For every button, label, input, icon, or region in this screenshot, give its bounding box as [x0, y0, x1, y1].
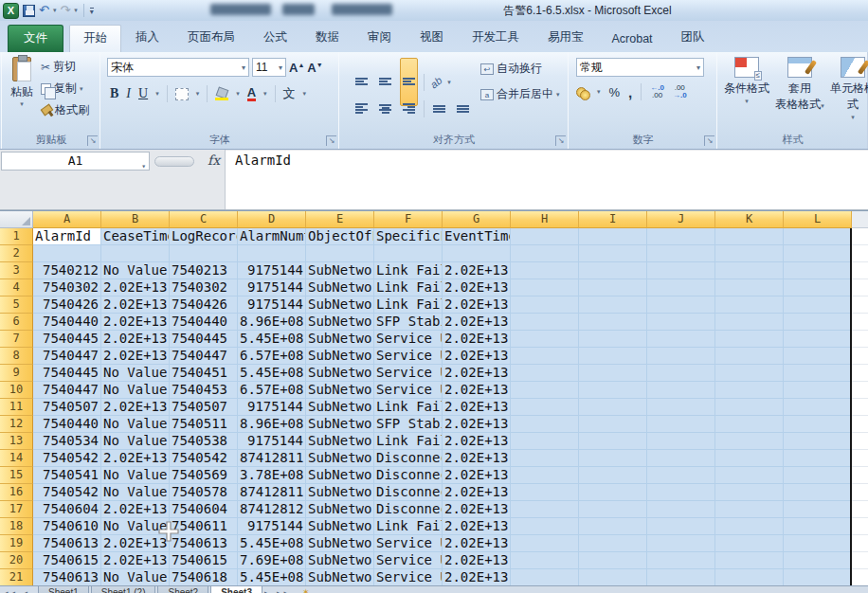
unselected-area[interactable]	[852, 279, 868, 296]
cell-I17[interactable]	[579, 501, 647, 518]
cell-F18[interactable]: Link Fail	[374, 518, 443, 535]
cell-D21[interactable]: 5.45E+08	[238, 569, 306, 586]
cell-A21[interactable]: 7540613	[33, 569, 101, 586]
cell-G10[interactable]: 2.02E+13	[443, 382, 511, 399]
cell-G21[interactable]: 2.02E+13	[443, 569, 511, 586]
row-header-2[interactable]: 2	[0, 245, 33, 262]
cell-G12[interactable]: 2.02E+13	[443, 416, 511, 433]
dialog-launcher-icon[interactable]: ↘	[555, 135, 566, 146]
cell-K5[interactable]	[715, 296, 784, 314]
align-center-button[interactable]	[376, 84, 394, 134]
cell-B1[interactable]: CeaseTime	[101, 228, 170, 245]
cell-I1[interactable]	[579, 228, 647, 245]
fill-dropdown-icon[interactable]: ▾	[236, 90, 240, 98]
cell-L10[interactable]	[784, 382, 852, 399]
cell-F7[interactable]: Service U	[374, 331, 443, 348]
cell-I21[interactable]	[579, 569, 647, 586]
cell-K16[interactable]	[715, 484, 784, 501]
name-box[interactable]: A1 ▾	[1, 152, 150, 171]
cell-K4[interactable]	[715, 279, 784, 296]
row-header-14[interactable]: 14	[0, 450, 33, 467]
tab-Acrobat[interactable]: Acrobat	[598, 27, 667, 52]
unselected-area[interactable]	[852, 365, 868, 382]
formula-input[interactable]: AlarmId	[226, 151, 868, 209]
cell-F16[interactable]: Disconnec	[374, 484, 443, 501]
column-header-A[interactable]: A	[33, 211, 101, 228]
cell-C10[interactable]: 7540453	[170, 382, 238, 399]
cell-A18[interactable]: 7540610	[33, 518, 101, 535]
cell-G6[interactable]: 2.02E+13	[443, 314, 511, 331]
column-header-E[interactable]: E	[306, 211, 374, 228]
cell-H15[interactable]	[511, 467, 579, 484]
cell-K14[interactable]	[715, 450, 784, 467]
cell-C5[interactable]: 7540426	[170, 296, 238, 314]
underline-dropdown-icon[interactable]: ▾	[155, 90, 159, 98]
cell-J5[interactable]	[647, 296, 715, 314]
cell-I5[interactable]	[579, 296, 647, 314]
cell-E13[interactable]: SubNetwor	[306, 433, 374, 450]
cell-L9[interactable]	[784, 365, 852, 382]
italic-button[interactable]: I	[126, 86, 131, 101]
cell-E9[interactable]: SubNetwor	[306, 365, 374, 382]
cell-L3[interactable]	[784, 262, 852, 279]
cell-E11[interactable]: SubNetwor	[306, 399, 374, 416]
cell-E4[interactable]: SubNetwor	[306, 279, 374, 296]
cell-C20[interactable]: 7540615	[170, 552, 238, 569]
cell-K20[interactable]	[715, 552, 784, 569]
cut-button[interactable]: ✂ 剪切	[38, 58, 92, 76]
cell-J4[interactable]	[647, 279, 715, 296]
cell-B4[interactable]: 2.02E+13	[101, 279, 170, 296]
cell-E8[interactable]: SubNetwor	[306, 348, 374, 365]
row-header-13[interactable]: 13	[0, 433, 33, 450]
row-header-16[interactable]: 16	[0, 484, 33, 501]
cell-D5[interactable]: 9175144	[238, 296, 306, 314]
redo-icon[interactable]: ↷	[60, 3, 70, 18]
cell-A3[interactable]: 7540212	[33, 262, 101, 279]
cell-H1[interactable]	[511, 228, 579, 245]
sheet-tab-Sheet2[interactable]: Sheet2	[157, 586, 208, 593]
unselected-area[interactable]	[852, 484, 868, 501]
cell-C16[interactable]: 7540578	[170, 484, 238, 501]
sheet-tab-Sheet3[interactable]: Sheet3	[210, 586, 262, 593]
cell-C4[interactable]: 7540302	[170, 279, 238, 296]
cell-L12[interactable]	[784, 416, 852, 433]
cell-G11[interactable]: 2.02E+13	[443, 399, 511, 416]
column-header-C[interactable]: C	[170, 211, 238, 228]
accounting-format-icon[interactable]	[576, 87, 588, 98]
cell-L17[interactable]	[784, 501, 852, 518]
cell-D14[interactable]: 87412811	[238, 450, 306, 467]
tab-数据[interactable]: 数据	[301, 24, 353, 52]
dialog-launcher-icon[interactable]: ↘	[87, 135, 98, 146]
row-header-10[interactable]: 10	[0, 382, 33, 399]
cell-F20[interactable]: Service U	[374, 552, 443, 569]
cell-G4[interactable]: 2.02E+13	[443, 279, 511, 296]
column-header-J[interactable]: J	[647, 211, 715, 228]
cell-H13[interactable]	[511, 433, 579, 450]
cell-H21[interactable]	[511, 569, 579, 586]
row-header-7[interactable]: 7	[0, 331, 33, 348]
cell-C13[interactable]: 7540538	[170, 433, 238, 450]
cell-K10[interactable]	[715, 382, 784, 399]
undo-icon[interactable]: ↶	[39, 3, 49, 18]
tab-file[interactable]: 文件	[8, 25, 63, 52]
cell-I8[interactable]	[579, 348, 647, 365]
cell-D3[interactable]: 9175144	[238, 262, 306, 279]
cell-styles-button[interactable]: 单元格样式 ▾	[827, 57, 868, 121]
unselected-area[interactable]	[852, 331, 868, 348]
increase-indent-button[interactable]	[454, 85, 472, 134]
cell-D11[interactable]: 9175144	[238, 399, 306, 416]
font-color-button[interactable]: A	[247, 87, 256, 101]
cell-J3[interactable]	[647, 262, 715, 279]
cell-B13[interactable]: No Value	[101, 433, 170, 450]
cell-H5[interactable]	[511, 296, 579, 314]
undo-dropdown-icon[interactable]: ▾	[53, 7, 57, 14]
cell-I12[interactable]	[579, 416, 647, 433]
tab-审阅[interactable]: 审阅	[353, 24, 406, 52]
cell-A8[interactable]: 7540447	[33, 348, 101, 365]
format-as-table-button[interactable]: 套用 表格格式▾	[774, 57, 825, 113]
accounting-dropdown-icon[interactable]: ▾	[597, 88, 601, 96]
cell-A11[interactable]: 7540507	[33, 399, 101, 416]
dialog-launcher-icon[interactable]: ↘	[704, 135, 714, 146]
cell-D7[interactable]: 5.45E+08	[238, 331, 306, 348]
cell-K15[interactable]	[715, 467, 784, 484]
